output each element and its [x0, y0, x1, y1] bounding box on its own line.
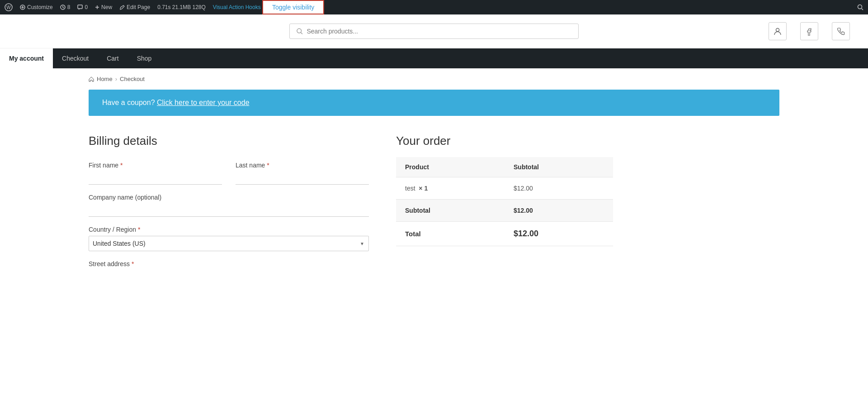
total-value-cell: $12.00 — [505, 222, 613, 246]
svg-rect-4 — [78, 5, 82, 9]
breadcrumb: Home › Checkout — [89, 76, 779, 82]
main-navigation: My account Checkout Cart Shop — [0, 48, 868, 68]
breadcrumb-separator: › — [115, 76, 117, 82]
order-section: Your order Product Subtotal test × 1 $12… — [396, 134, 613, 277]
checkout-layout: Billing details First name * Last name *… — [0, 129, 868, 304]
first-name-field: First name * — [89, 162, 222, 185]
total-label-cell: Total — [396, 222, 505, 246]
account-icon-button[interactable] — [769, 22, 787, 40]
nav-my-account[interactable]: My account — [0, 48, 53, 68]
product-cell: test × 1 — [396, 177, 505, 200]
country-label: Country / Region * — [89, 226, 369, 233]
breadcrumb-bar: Home › Checkout — [0, 68, 868, 90]
nav-checkout[interactable]: Checkout — [53, 48, 98, 68]
last-name-label: Last name * — [236, 162, 369, 169]
revisions-button[interactable]: 8 — [60, 4, 71, 10]
breadcrumb-home-link[interactable]: Home — [97, 76, 113, 82]
company-field: Company name (optional) — [89, 194, 369, 217]
order-title: Your order — [396, 134, 613, 148]
site-header — [0, 14, 868, 48]
table-row: test × 1 $12.00 — [396, 177, 613, 200]
visual-hooks-button[interactable]: Visual Action Hooks — [213, 4, 261, 10]
header-icons — [769, 22, 850, 40]
country-field: Country / Region * United States (US) — [89, 226, 369, 251]
search-button[interactable] — [857, 4, 863, 10]
product-col-header: Product — [396, 157, 505, 177]
coupon-link[interactable]: Click here to enter your code — [157, 99, 250, 106]
company-label: Company name (optional) — [89, 194, 369, 201]
edit-page-button[interactable]: Edit Page — [119, 4, 150, 10]
coupon-text: Have a coupon? — [102, 99, 155, 106]
billing-section: Billing details First name * Last name *… — [89, 134, 369, 277]
phone-icon-button[interactable] — [832, 22, 850, 40]
street-field: Street address * — [89, 260, 369, 267]
breadcrumb-current: Checkout — [120, 76, 145, 82]
toggle-visibility-popup[interactable]: Toggle visibility — [262, 0, 324, 14]
name-row: First name * Last name * — [89, 162, 369, 194]
svg-point-5 — [858, 5, 862, 9]
order-table: Product Subtotal test × 1 $12.00 Subtota… — [396, 157, 613, 246]
last-name-field: Last name * — [236, 162, 369, 185]
billing-title: Billing details — [89, 134, 369, 148]
last-name-input[interactable] — [236, 172, 369, 185]
home-icon — [89, 76, 94, 82]
street-label: Street address * — [89, 260, 369, 267]
svg-point-6 — [297, 29, 302, 33]
coupon-banner: Have a coupon? Click here to enter your … — [89, 90, 779, 116]
search-form[interactable] — [289, 24, 579, 39]
subtotal-row: Subtotal $12.00 — [396, 200, 613, 222]
company-input[interactable] — [89, 204, 369, 217]
svg-text:W: W — [6, 5, 11, 10]
total-row: Total $12.00 — [396, 222, 613, 246]
nav-shop[interactable]: Shop — [128, 48, 161, 68]
facebook-icon-button[interactable] — [800, 22, 818, 40]
first-name-label: First name * — [89, 162, 222, 169]
new-button[interactable]: New — [95, 4, 112, 10]
first-name-input[interactable] — [89, 172, 222, 185]
search-input[interactable] — [307, 28, 572, 35]
wp-logo-button[interactable]: W — [5, 3, 13, 11]
last-name-required: * — [267, 162, 269, 169]
subtotal-value-cell: $12.00 — [505, 200, 613, 222]
country-select[interactable]: United States (US) — [89, 236, 369, 251]
search-icon — [296, 28, 303, 35]
customize-button[interactable]: Customize — [20, 4, 53, 10]
subtotal-col-header: Subtotal — [505, 157, 613, 177]
country-select-wrapper: United States (US) — [89, 236, 369, 251]
street-required: * — [132, 260, 134, 267]
comments-button[interactable]: 0 — [77, 4, 88, 10]
admin-bar: W Customize 8 0 New Edit Page 0.71s 21.1… — [0, 0, 868, 14]
product-price-cell: $12.00 — [505, 177, 613, 200]
svg-point-7 — [776, 29, 779, 32]
subtotal-label-cell: Subtotal — [396, 200, 505, 222]
nav-cart[interactable]: Cart — [98, 48, 127, 68]
perf-stats: 0.71s 21.1MB 128Q — [157, 4, 206, 10]
country-required: * — [138, 226, 140, 233]
first-name-required: * — [120, 162, 123, 169]
